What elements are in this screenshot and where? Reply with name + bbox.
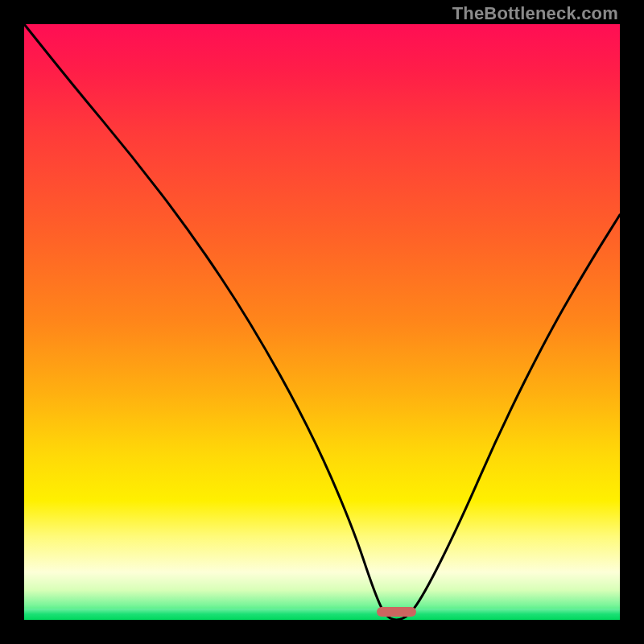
watermark-text: TheBottleneck.com <box>452 3 618 24</box>
plot-area <box>24 24 620 620</box>
chart-frame: TheBottleneck.com <box>0 0 644 644</box>
optimum-marker <box>377 607 415 617</box>
bottleneck-curve <box>24 24 620 620</box>
